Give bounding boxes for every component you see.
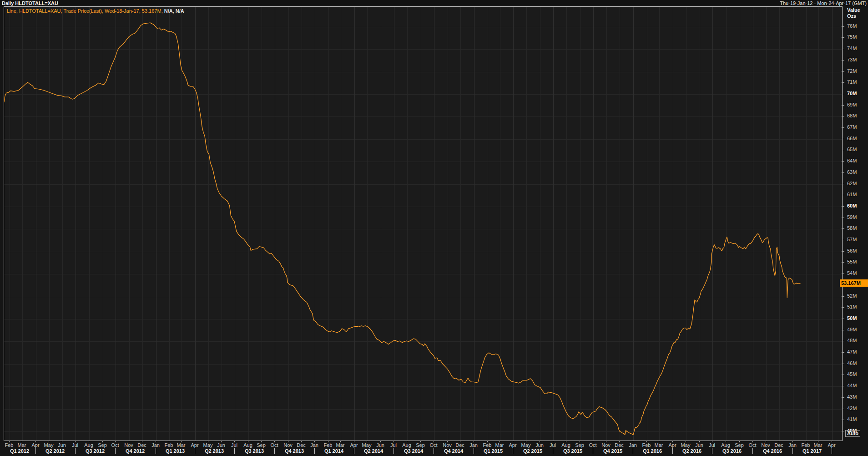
y-axis-tick-label: 60M — [847, 203, 857, 208]
price-line-series — [4, 23, 800, 435]
month-label: Jan — [786, 442, 799, 448]
quarter-label: Q1 2013 — [156, 448, 194, 454]
y-axis-tick-mark — [842, 49, 844, 49]
month-label: Nov — [599, 442, 613, 448]
month-label: Aug — [719, 442, 732, 448]
quarter-label: Q1 2016 — [633, 448, 671, 454]
month-label: Sep — [573, 442, 586, 448]
y-axis-tick-mark — [842, 330, 844, 330]
month-label: Jun — [55, 442, 69, 448]
month-label: Jul — [387, 442, 400, 448]
y-axis-tick-mark — [842, 397, 844, 398]
month-label: Dec — [294, 442, 308, 448]
y-axis-tick-mark — [842, 37, 844, 38]
y-axis-tick-label: 72M — [847, 68, 857, 74]
y-axis-tick-mark — [842, 352, 844, 353]
y-axis-tick-mark — [842, 161, 844, 162]
y-axis-tick-label: 66M — [847, 136, 857, 141]
month-label: Mar — [652, 442, 666, 448]
y-axis-tick-label: 54M — [847, 270, 857, 276]
month-label: Mar — [333, 442, 347, 448]
series-legend[interactable]: Line, HLDTOTALL=XAU, Trade Price(Last), … — [7, 8, 184, 14]
month-label: Nov — [440, 442, 454, 448]
month-label: Oct — [746, 442, 759, 448]
quarter-label: Q3 2015 — [554, 448, 592, 454]
y-axis: Value Ozs 40M41M42M43M44M45M46M47M48M49M… — [846, 6, 868, 440]
chart-title: Daily HLDTOTALL=XAU — [2, 0, 58, 6]
plot-area[interactable]: Line, HLDTOTALL=XAU, Trade Price(Last), … — [4, 6, 843, 441]
y-axis-tick-mark — [842, 274, 844, 274]
y-axis-tick-label: 70M — [847, 91, 857, 96]
quarter-label: Q2 2016 — [673, 448, 711, 454]
y-axis-tick-label: 62M — [847, 181, 857, 186]
y-axis-tick-label: 61M — [847, 192, 857, 197]
month-label: Jul — [227, 442, 241, 448]
month-label: Jan — [467, 442, 480, 448]
month-label: May — [360, 442, 373, 448]
quarter-label: Q3 2016 — [713, 448, 751, 454]
quarter-label: Q4 2013 — [275, 448, 313, 454]
y-axis-tick-label: 56M — [847, 248, 857, 253]
month-label: Mar — [174, 442, 188, 448]
month-label: Jul — [705, 442, 719, 448]
month-label: Oct — [108, 442, 122, 448]
month-label: Oct — [267, 442, 281, 448]
y-axis-tick-label: 57M — [847, 237, 857, 242]
quarter-separator — [712, 448, 712, 454]
y-axis-tick-mark — [842, 26, 844, 27]
y-axis-title-ozs: Ozs — [847, 13, 856, 19]
month-label: Apr — [825, 442, 838, 448]
y-axis-tick-label: 45M — [847, 371, 857, 377]
x-axis: FebMarAprMayJunJulAugSepOctNovDecJanFebM… — [0, 441, 868, 456]
month-label: Nov — [281, 442, 295, 448]
month-label: Feb — [799, 442, 812, 448]
y-axis-tick-mark — [842, 296, 844, 297]
y-axis-tick-mark — [842, 218, 844, 218]
quarter-separator — [513, 448, 513, 454]
quarter-label: Q4 2014 — [434, 448, 473, 454]
y-axis-title-value: Value — [847, 7, 860, 13]
month-label: Feb — [162, 442, 176, 448]
month-label: Sep — [732, 442, 746, 448]
quarter-separator — [752, 448, 753, 454]
y-axis-tick-label: 67M — [847, 124, 857, 130]
y-axis-tick-label: 41M — [847, 416, 857, 422]
y-axis-tick-label: 49M — [847, 327, 857, 332]
month-label: May — [201, 442, 215, 448]
auto-scale-button[interactable]: Auto — [845, 430, 860, 437]
quarter-label: Q3 2012 — [76, 448, 114, 454]
y-axis-tick-label: 75M — [847, 34, 857, 40]
month-label: Jun — [692, 442, 706, 448]
y-axis-tick-mark — [842, 228, 844, 229]
y-axis-tick-label: 42M — [847, 405, 857, 411]
quarter-label: Q1 2012 — [0, 448, 39, 454]
y-axis-tick-label: 58M — [847, 225, 857, 231]
y-axis-tick-label: 51M — [847, 304, 857, 309]
month-label: Jun — [533, 442, 546, 448]
y-axis-tick-mark — [842, 172, 844, 173]
y-axis-tick-mark — [842, 409, 844, 409]
quarter-separator — [553, 448, 553, 454]
y-axis-tick-label: 73M — [847, 57, 857, 62]
month-label: Mar — [811, 442, 825, 448]
month-label: Feb — [321, 442, 335, 448]
month-label: Sep — [96, 442, 109, 448]
y-axis-tick-mark — [842, 127, 844, 128]
month-label: Oct — [427, 442, 440, 448]
chart-canvas[interactable] — [4, 7, 842, 441]
y-axis-tick-label: 59M — [847, 214, 857, 220]
month-label: Jan — [149, 442, 162, 448]
month-label: Sep — [414, 442, 427, 448]
y-axis-tick-label: 69M — [847, 102, 857, 107]
month-label: Dec — [772, 442, 786, 448]
y-axis-tick-mark — [842, 71, 844, 72]
y-axis-tick-mark — [842, 240, 844, 240]
legend-na-text: N/A, N/A — [163, 8, 184, 14]
quarter-label: Q4 2015 — [594, 448, 632, 454]
y-axis-tick-mark — [842, 386, 844, 386]
y-axis-tick-mark — [842, 60, 844, 61]
month-label: Apr — [666, 442, 679, 448]
quarter-label: Q1 2017 — [793, 448, 831, 454]
month-label: Jun — [373, 442, 387, 448]
quarter-label: Q2 2014 — [354, 448, 393, 454]
